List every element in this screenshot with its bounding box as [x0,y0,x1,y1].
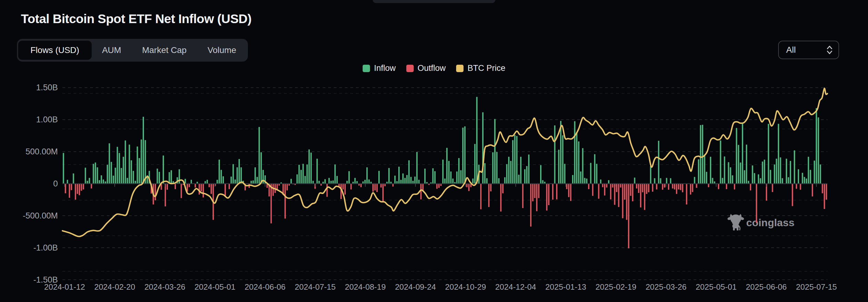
outflow-bar [672,184,673,189]
inflow-bar [365,180,366,184]
inflow-bar [316,159,318,184]
inflow-bar [414,176,415,184]
inflow-bar [472,179,473,184]
outflow-bar [530,184,531,226]
inflow-bar [444,179,445,184]
inflow-bar [378,171,379,184]
x-axis-label: 2024-03-26 [144,282,185,292]
inflow-bar [179,169,180,184]
inflow-bar [448,161,450,184]
x-axis-label: 2025-06-06 [746,282,787,292]
inflow-bar [318,181,319,184]
inflow-bar [504,177,505,184]
x-axis-label: 2025-05-01 [696,282,737,292]
inflow-bar [788,177,789,184]
inflow-bar [634,177,635,184]
coinglass-bull-icon [727,214,744,230]
inflow-bar [191,180,192,184]
inflow-bar [87,181,88,184]
outflow-bar [734,184,735,190]
inflow-bar [163,156,164,184]
outflow-bar [812,184,813,197]
inflow-bar [464,126,465,184]
outflow-bar [636,184,637,189]
etf-netflow-chart[interactable]: 1.50B1.00B500.00M0-500.00M-1.00B-1.50B20… [0,0,868,302]
outflow-bar [632,184,633,201]
outflow-bar [622,184,623,218]
inflow-bar [119,153,120,184]
inflow-bar [768,124,769,184]
inflow-bar [516,136,517,184]
inflow-bar [101,175,102,184]
inflow-bar [132,171,134,184]
outflow-bar [480,184,482,209]
inflow-bar [512,140,514,184]
inflow-bar [584,178,585,184]
outflow-bar [155,184,156,200]
inflow-bar [85,168,86,184]
inflow-bar [496,152,497,184]
y-axis-label: 1.00B [36,115,58,124]
outflow-bar [726,184,727,189]
inflow-bar [818,117,819,184]
inflow-bar [764,160,765,184]
inflow-bar [474,144,475,184]
inflow-bar [700,125,701,184]
outflow-bar [548,184,549,205]
outflow-bar [824,184,825,209]
outflow-bar [350,184,351,190]
inflow-bar [810,170,811,184]
inflow-bar [337,176,338,184]
inflow-bar [594,154,595,184]
outflow-bar [674,184,675,190]
inflow-bar [694,177,695,184]
outflow-bar [756,184,757,223]
inflow-bar [346,181,347,184]
x-axis-label: 2024-09-24 [395,282,436,292]
x-axis-label: 2025-02-19 [595,282,637,292]
inflow-bar [95,162,96,184]
inflow-bar [458,158,460,184]
x-axis-label: 2024-12-04 [495,282,536,292]
inflow-bar [482,112,484,184]
outflow-bar [75,184,76,200]
inflow-bar [462,128,464,184]
inflow-bar [416,152,417,184]
inflow-bar [574,121,575,184]
inflow-bar [770,170,771,184]
outflow-bar [718,184,719,189]
outflow-bar [822,184,823,193]
inflow-bar [658,141,659,184]
inflow-bar [798,169,799,184]
outflow-bar [284,184,286,219]
outflow-bar [642,184,643,192]
inflow-bar [754,173,755,184]
x-axis-label: 2024-08-19 [345,282,386,292]
outflow-bar [195,184,196,188]
inflow-bar [232,164,234,184]
outflow-bar [686,184,687,204]
outflow-bar [690,184,691,194]
outflow-bar [466,184,467,187]
outflow-bar [83,184,84,190]
outflow-bar [656,184,657,190]
x-axis-label: 2024-02-20 [94,282,135,292]
inflow-bar [596,164,597,184]
x-axis-label: 2024-06-06 [245,282,285,292]
inflow-bar [113,176,114,184]
outflow-bar [382,184,383,202]
outflow-bar [592,184,593,196]
inflow-bar [324,180,326,184]
x-axis-label: 2025-07-15 [796,282,837,292]
y-axis-label: 1.50B [36,83,58,92]
outflow-bar [552,184,553,200]
inflow-bar [456,172,457,184]
inflow-bar [712,178,713,184]
outflow-bar [79,184,80,195]
inflow-bar [520,157,521,184]
outflow-bar [384,184,386,186]
inflow-bar [526,166,527,184]
outflow-bar [420,184,422,199]
inflow-bar [63,153,64,184]
inflow-bar [820,165,821,184]
